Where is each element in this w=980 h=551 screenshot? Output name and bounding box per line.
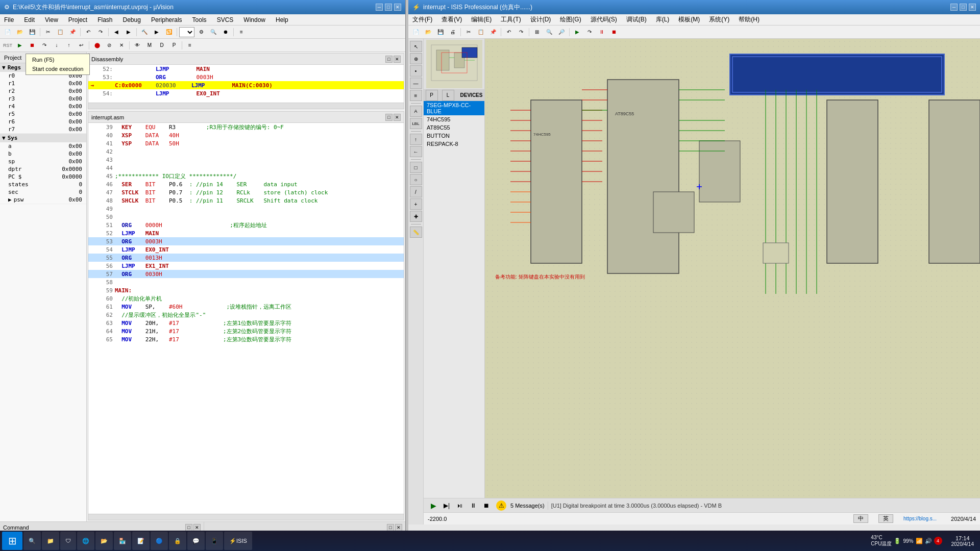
isis-menu-lib[interactable]: 库(L)	[654, 14, 672, 25]
cmd-float-btn[interactable]: □	[185, 524, 192, 531]
mode-wire[interactable]: —	[410, 78, 422, 89]
asm-code-content[interactable]: 39 KEY EQU R3 ;R3用于存储按键的编号: 0~F 40 XSP D…	[88, 123, 404, 514]
keil-close-btn[interactable]: ✕	[394, 4, 401, 11]
isis-menu-sys[interactable]: 系统(Y)	[707, 14, 731, 25]
sidebar-tab-project[interactable]: Project	[0, 54, 26, 62]
notification-badge[interactable]: 4	[934, 537, 942, 545]
mode-box[interactable]: □	[410, 162, 422, 173]
tb-settings-btn[interactable]: ⚙	[195, 27, 207, 37]
isis-menu-design[interactable]: 设计(D)	[528, 14, 553, 25]
isis-menu-template[interactable]: 模板(M)	[676, 14, 702, 25]
taskbar-isis-btn[interactable]: ⚡ISIS	[224, 532, 252, 550]
keil-minimize-btn[interactable]: ─	[376, 4, 383, 11]
tb-save-btn[interactable]: 💾	[27, 27, 38, 37]
isis-tb-pause[interactable]: ⏸	[596, 27, 607, 37]
ctx-run-item[interactable]: Run (F5)	[29, 55, 86, 64]
mode-bus[interactable]: ≡	[410, 90, 422, 101]
mode-junction[interactable]: •	[410, 65, 422, 77]
isis-tb-undo[interactable]: ↶	[503, 27, 514, 37]
isis-close-btn[interactable]: ✕	[969, 4, 976, 11]
device-74hc595[interactable]: 74HC595	[424, 115, 484, 123]
isis-minimize-btn[interactable]: ─	[950, 4, 958, 11]
isis-pause-btn[interactable]: ⏸	[468, 500, 479, 511]
pl-tab-l[interactable]: L	[442, 90, 454, 101]
isis-tb-paste[interactable]: 📌	[487, 27, 499, 37]
cmd-close-btn[interactable]: ✕	[193, 524, 201, 531]
tb-watch-btn[interactable]: 👁	[132, 40, 143, 51]
isis-tb-copy[interactable]: 📋	[475, 27, 486, 37]
tb-clrbreak-btn[interactable]: ✕	[116, 40, 127, 51]
taskbar-start-btn[interactable]: ⊞	[2, 532, 22, 550]
isis-tb-grid[interactable]: ⊞	[531, 27, 543, 37]
mode-script[interactable]: LBL	[410, 118, 422, 129]
device-respack8[interactable]: RESPACK-8	[424, 140, 484, 148]
menu-debug[interactable]: Debug	[121, 15, 143, 24]
menu-help[interactable]: Help	[274, 15, 290, 24]
isis-tb-run[interactable]: ▶	[572, 27, 583, 37]
menu-window[interactable]: Window	[241, 15, 267, 24]
tb-debug-stepover[interactable]: ↷	[39, 40, 50, 51]
tb-more2-btn[interactable]: ≡	[184, 40, 195, 51]
mode-line[interactable]: /	[410, 186, 422, 197]
mode-select[interactable]: ↖	[410, 41, 422, 52]
schematic-canvas[interactable]: 74HC595	[485, 39, 980, 498]
disassembly-float-btn[interactable]: □	[385, 56, 393, 63]
taskbar-shield-btn[interactable]: 🛡	[60, 532, 76, 550]
menu-peripherals[interactable]: Peripherals	[149, 15, 184, 24]
isis-play-btn[interactable]: ▶	[428, 500, 439, 511]
tb-more-btn[interactable]: ≡	[236, 27, 247, 37]
tb-rebuild-btn[interactable]: 🔁	[163, 27, 175, 37]
tb-debug-reset[interactable]: RST	[2, 40, 13, 51]
tb-record-btn[interactable]: ⏺	[220, 27, 231, 37]
isis-menu-file[interactable]: 文件(F)	[410, 14, 434, 25]
taskbar-wechat-btn[interactable]: 💬	[187, 532, 205, 550]
isis-tb-step[interactable]: ↷	[584, 27, 595, 37]
device-7seg[interactable]: 7SEG-MPX8-CC-BLUE	[424, 101, 484, 115]
menu-flash[interactable]: Flash	[95, 15, 114, 24]
taskbar-folder-btn[interactable]: 📂	[95, 532, 113, 550]
taskbar-phone-btn[interactable]: 📱	[206, 532, 223, 550]
isis-tb-save[interactable]: 💾	[435, 27, 446, 37]
tb-nav-fwd[interactable]: ▶	[123, 27, 134, 37]
isis-menu-help[interactable]: 帮助(H)	[737, 14, 762, 25]
callstack-float-btn[interactable]: □	[387, 524, 394, 531]
menu-edit[interactable]: Edit	[22, 15, 37, 24]
taskbar-store-btn[interactable]: 🏪	[114, 532, 131, 550]
mode-arrow-left[interactable]: ←	[410, 146, 422, 157]
device-at89c55[interactable]: AT89C55	[424, 123, 484, 132]
taskbar-files-btn[interactable]: 📁	[42, 532, 59, 550]
psw-expand-icon[interactable]: ▶ psw	[8, 196, 24, 203]
isis-menu-view[interactable]: 查看(V)	[439, 14, 464, 25]
tb-copy-btn[interactable]: 📋	[55, 27, 66, 37]
isis-menu-tools[interactable]: 工具(T)	[499, 14, 523, 25]
menu-svcs[interactable]: SVCS	[215, 15, 236, 24]
taskbar-edge-btn[interactable]: 🔵	[151, 532, 168, 550]
isis-chat-btn[interactable]: 中	[853, 514, 868, 523]
sys-group-header[interactable]: ▼ Sys	[0, 134, 86, 142]
ctx-startcode-item[interactable]: Start code execution	[29, 64, 86, 73]
taskbar-ie-btn[interactable]: 🌐	[77, 532, 94, 550]
tb-open-btn[interactable]: 📂	[14, 27, 26, 37]
disassembly-content[interactable]: 52: LJMP MAIN 53: ORG 0003H →	[88, 65, 404, 103]
menu-tools[interactable]: Tools	[190, 15, 209, 24]
mode-circle[interactable]: ○	[410, 174, 422, 185]
isis-tb-open[interactable]: 📂	[423, 27, 434, 37]
tb-disasm-btn[interactable]: D	[156, 40, 167, 51]
pl-tab-p[interactable]: P	[426, 90, 438, 101]
keil-maximize-btn[interactable]: □	[385, 4, 392, 11]
tb-debug-stepinto[interactable]: ↓	[51, 40, 62, 51]
tb-debug-run[interactable]: ▶	[14, 40, 26, 51]
tb-nav-back[interactable]: ◀	[111, 27, 122, 37]
tb-cut-btn[interactable]: ✂	[42, 27, 54, 37]
disassembly-close-btn[interactable]: ✕	[394, 56, 401, 63]
tb-breakall-btn[interactable]: ⊘	[104, 40, 115, 51]
menu-view[interactable]: View	[43, 15, 60, 24]
isis-stop-btn[interactable]: ⏹	[481, 500, 492, 511]
isis-menu-edit[interactable]: 编辑(E)	[469, 14, 494, 25]
tb-undo-btn[interactable]: ↶	[83, 27, 94, 37]
disassembly-hscroll[interactable]	[88, 103, 404, 109]
tb-build-btn[interactable]: ▶	[151, 27, 162, 37]
tb-mem-btn[interactable]: M	[144, 40, 155, 51]
menu-file[interactable]: File	[2, 15, 16, 24]
isis-stepfwd-btn[interactable]: ⏯	[454, 500, 465, 511]
